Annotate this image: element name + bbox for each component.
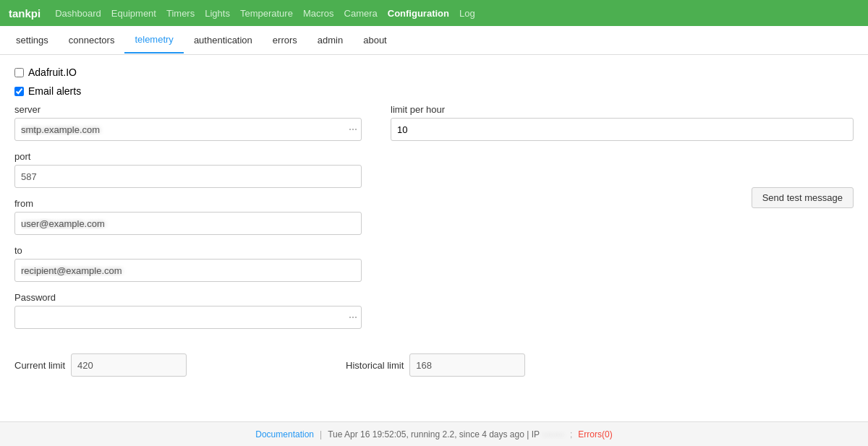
form-left: server ⋯ port from bbox=[14, 104, 362, 339]
password-label: Password bbox=[14, 292, 362, 303]
server-label: server bbox=[14, 104, 362, 115]
nav-temperature[interactable]: Temperature bbox=[240, 2, 293, 25]
server-toggle-icon[interactable]: ⋯ bbox=[349, 124, 357, 134]
from-label: from bbox=[14, 198, 362, 209]
send-test-button[interactable]: Send test message bbox=[752, 187, 854, 208]
current-limit-group: Current limit bbox=[14, 353, 187, 377]
from-input[interactable] bbox=[14, 212, 362, 235]
to-label: to bbox=[14, 245, 362, 256]
from-input-wrap bbox=[14, 212, 362, 235]
password-field-group: Password ⋯ bbox=[14, 292, 362, 329]
historical-limit-group: Historical limit bbox=[346, 353, 525, 377]
main-content: Adafruit.IO Email alerts server ⋯ port bbox=[0, 55, 868, 388]
port-input-wrap bbox=[14, 165, 362, 188]
historical-limit-input[interactable] bbox=[409, 353, 525, 377]
nav-equipment[interactable]: Equipment bbox=[111, 2, 156, 25]
email-alerts-label: Email alerts bbox=[28, 85, 81, 97]
port-label: port bbox=[14, 151, 362, 162]
limit-per-hour-field: limit per hour bbox=[391, 104, 854, 141]
top-nav: tankpi Dashboard Equipment Timers Lights… bbox=[0, 0, 868, 26]
form-right: limit per hour Send test message bbox=[391, 104, 854, 339]
limit-per-hour-label: limit per hour bbox=[391, 104, 854, 115]
limit-row: Current limit Historical limit bbox=[14, 353, 854, 377]
current-limit-input[interactable] bbox=[71, 353, 187, 377]
to-field-group: to bbox=[14, 245, 362, 282]
sub-nav: settings connectors telemetry authentica… bbox=[0, 26, 868, 55]
nav-camera[interactable]: Camera bbox=[344, 2, 378, 25]
to-input[interactable] bbox=[14, 259, 362, 282]
password-toggle-icon[interactable]: ⋯ bbox=[349, 312, 357, 322]
from-field-group: from bbox=[14, 198, 362, 235]
adafruit-label: Adafruit.IO bbox=[28, 67, 77, 78]
server-field-group: server ⋯ bbox=[14, 104, 362, 141]
historical-limit-label: Historical limit bbox=[346, 360, 404, 371]
subnav-admin[interactable]: admin bbox=[307, 27, 353, 53]
subnav-settings[interactable]: settings bbox=[6, 27, 59, 53]
brand-logo: tankpi bbox=[9, 7, 41, 20]
current-limit-label: Current limit bbox=[14, 360, 65, 371]
limit-per-hour-input[interactable] bbox=[391, 118, 854, 141]
nav-lights[interactable]: Lights bbox=[205, 2, 230, 25]
server-input[interactable] bbox=[14, 118, 362, 141]
port-input[interactable] bbox=[14, 165, 362, 188]
nav-macros[interactable]: Macros bbox=[303, 2, 334, 25]
adafruit-checkbox[interactable] bbox=[14, 68, 24, 77]
server-input-wrap: ⋯ bbox=[14, 118, 362, 141]
adafruit-row: Adafruit.IO bbox=[14, 67, 854, 78]
email-alerts-checkbox[interactable] bbox=[14, 87, 24, 96]
subnav-errors[interactable]: errors bbox=[263, 27, 307, 53]
nav-log[interactable]: Log bbox=[459, 2, 475, 25]
subnav-connectors[interactable]: connectors bbox=[59, 27, 125, 53]
to-input-wrap bbox=[14, 259, 362, 282]
form-section: server ⋯ port from bbox=[14, 104, 854, 339]
password-input[interactable] bbox=[14, 306, 362, 329]
subnav-about[interactable]: about bbox=[353, 27, 397, 53]
port-field-group: port bbox=[14, 151, 362, 188]
subnav-telemetry[interactable]: telemetry bbox=[124, 27, 183, 53]
email-alerts-row: Email alerts bbox=[14, 85, 854, 97]
nav-configuration[interactable]: Configuration bbox=[388, 2, 449, 25]
password-input-wrap: ⋯ bbox=[14, 306, 362, 329]
nav-dashboard[interactable]: Dashboard bbox=[55, 2, 101, 25]
nav-timers[interactable]: Timers bbox=[166, 2, 195, 25]
subnav-authentication[interactable]: authentication bbox=[184, 27, 263, 53]
